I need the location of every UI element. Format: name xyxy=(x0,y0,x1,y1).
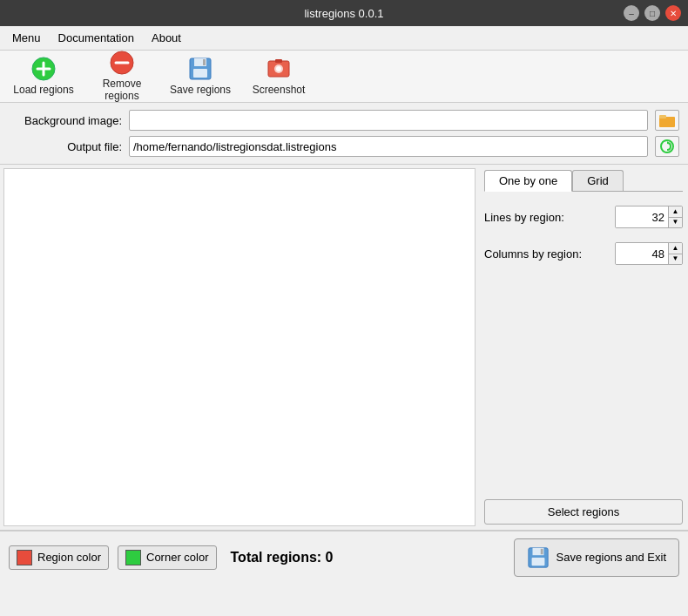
lines-by-region-label: Lines by region: xyxy=(484,211,608,224)
save-regions-icon xyxy=(188,57,212,81)
svg-rect-14 xyxy=(659,115,666,118)
columns-by-region-label: Columns by region: xyxy=(484,247,608,261)
svg-rect-19 xyxy=(531,558,544,565)
maximize-button[interactable]: □ xyxy=(644,5,660,21)
save-icon xyxy=(527,546,550,569)
menu-documentation[interactable]: Documentation xyxy=(50,28,143,48)
load-regions-label: Load regions xyxy=(13,84,73,96)
tab-bar: One by one Grid xyxy=(484,170,683,192)
corner-color-label: Corner color xyxy=(146,551,209,564)
tab-grid[interactable]: Grid xyxy=(572,170,624,191)
remove-regions-icon xyxy=(110,51,134,75)
corner-color-swatch xyxy=(125,550,141,565)
background-image-label: Background image: xyxy=(9,114,122,127)
toolbar: Load regions Remove regions Save regions xyxy=(0,51,688,103)
lines-by-region-spinner: ▲ ▼ xyxy=(615,206,683,228)
app-title: listregions 0.0.1 xyxy=(304,7,383,20)
close-button[interactable]: ✕ xyxy=(665,5,681,21)
background-image-browse-button[interactable] xyxy=(655,110,679,131)
menubar: Menu Documentation About xyxy=(0,26,688,51)
form-area: Background image: Output file: xyxy=(0,103,688,165)
save-regions-button[interactable]: Save regions xyxy=(165,53,235,100)
region-color-button[interactable]: Region color xyxy=(9,545,109,570)
refresh-icon xyxy=(659,139,675,153)
canvas-area[interactable] xyxy=(3,168,476,526)
output-file-browse-button[interactable] xyxy=(655,136,679,157)
lines-by-region-down[interactable]: ▼ xyxy=(669,218,682,228)
svg-rect-7 xyxy=(193,69,207,78)
total-regions-text: Total regions: 0 xyxy=(231,550,334,565)
menu-about[interactable]: About xyxy=(143,28,190,48)
columns-by-region-up[interactable]: ▲ xyxy=(669,243,682,254)
region-color-label: Region color xyxy=(37,551,101,564)
menu-menu[interactable]: Menu xyxy=(3,28,50,48)
folder-icon xyxy=(659,113,675,127)
lines-by-region-up[interactable]: ▲ xyxy=(669,206,682,218)
corner-color-button[interactable]: Corner color xyxy=(118,545,217,570)
screenshot-icon xyxy=(266,57,291,81)
remove-regions-button[interactable]: Remove regions xyxy=(87,53,157,100)
right-panel: One by one Grid Lines by region: ▲ ▼ Col… xyxy=(479,165,688,530)
svg-rect-12 xyxy=(275,59,282,63)
svg-rect-20 xyxy=(540,548,543,554)
tab-one-by-one[interactable]: One by one xyxy=(484,170,572,192)
main-content: One by one Grid Lines by region: ▲ ▼ Col… xyxy=(0,165,688,531)
lines-by-region-input[interactable] xyxy=(616,206,668,227)
background-image-row: Background image: xyxy=(9,110,679,131)
statusbar: Region color Corner color Total regions:… xyxy=(0,531,688,583)
select-regions-button[interactable]: Select regions xyxy=(484,499,683,525)
save-regions-label: Save regions xyxy=(170,84,231,96)
load-regions-button[interactable]: Load regions xyxy=(9,53,78,100)
save-exit-label: Save regions and Exit xyxy=(556,551,666,564)
lines-by-region-row: Lines by region: ▲ ▼ xyxy=(484,206,683,228)
output-file-row: Output file: xyxy=(9,136,679,157)
svg-point-11 xyxy=(276,66,281,71)
columns-by-region-row: Columns by region: ▲ ▼ xyxy=(484,242,683,265)
screenshot-button[interactable]: Screenshot xyxy=(244,53,314,100)
columns-by-region-spinner: ▲ ▼ xyxy=(615,242,683,265)
save-regions-exit-button[interactable]: Save regions and Exit xyxy=(514,538,679,577)
columns-by-region-down[interactable]: ▼ xyxy=(669,254,682,265)
columns-by-region-input[interactable] xyxy=(616,243,668,264)
screenshot-label: Screenshot xyxy=(253,84,306,96)
output-file-input[interactable] xyxy=(129,136,648,157)
minimize-button[interactable]: – xyxy=(624,5,639,21)
background-image-input[interactable] xyxy=(129,110,648,131)
titlebar: listregions 0.0.1 – □ ✕ xyxy=(0,0,688,26)
remove-regions-label: Remove regions xyxy=(87,78,157,102)
output-file-label: Output file: xyxy=(9,140,122,153)
svg-rect-8 xyxy=(203,59,206,65)
region-color-swatch xyxy=(17,550,32,565)
window-controls: – □ ✕ xyxy=(624,5,681,21)
load-regions-icon xyxy=(31,57,56,81)
